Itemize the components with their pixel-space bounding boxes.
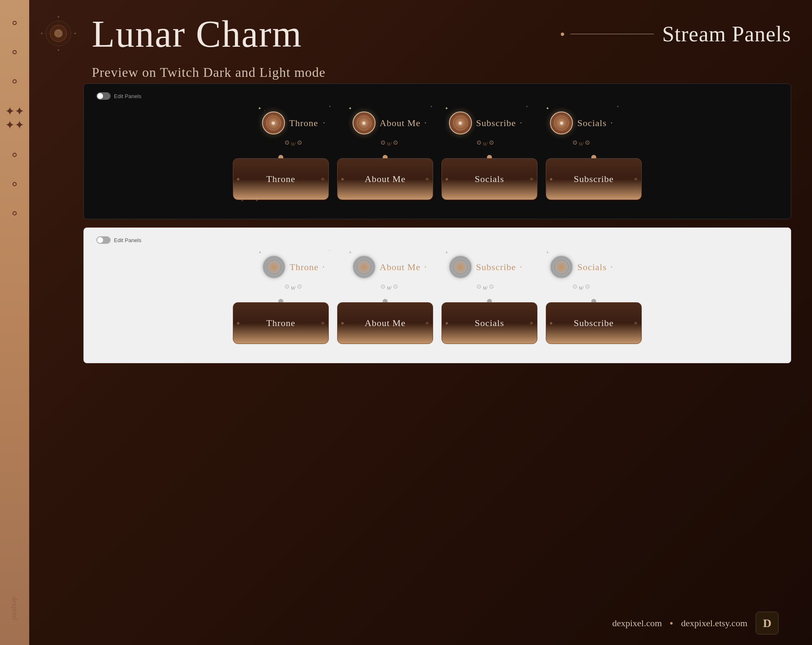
panel-drops-4: ⊙ 𝑤 ⊙ — [572, 139, 590, 148]
dark-icon-panel-row: ✦ · Throne • ⁺ ⊙ 𝑤 ⊙ — [96, 108, 778, 148]
banner-left-deco-4: ⋄ — [550, 176, 553, 182]
subtitle-dot — [561, 33, 564, 36]
light-icon-throne-label: Throne — [290, 262, 319, 273]
sparkle-7: ⁺ — [526, 105, 528, 109]
light-banner-subscribe-panel: ⋄ Subscribe 👁 — [546, 302, 642, 344]
panel-drops-3: ⊙ 𝑤 ⊙ — [477, 139, 494, 148]
dot-deco-3: • — [520, 121, 522, 125]
svg-point-9 — [58, 16, 59, 18]
sparkle-9: ⁺ — [617, 105, 619, 109]
banner-right-deco-1: 👁 — [321, 177, 325, 182]
sparkle-8: ✦ — [546, 106, 549, 111]
banner-right-deco-4: 👁 — [634, 177, 638, 182]
left-sidebar: ✦✦✦✦ dexpixel — [0, 0, 29, 645]
sidebar-dot-2 — [13, 50, 17, 54]
light-icon-socials-label: Socials — [577, 262, 607, 273]
sparkle-6: ✦ — [445, 106, 448, 111]
subtitle-line-bar — [570, 34, 654, 34]
dot-deco-2: • — [425, 121, 426, 125]
light-banner-left-deco-3: ⋄ — [445, 320, 449, 326]
top-left-decoration — [33, 8, 83, 58]
socials-icon-light — [550, 255, 573, 278]
sparkle-2: · — [264, 108, 265, 113]
banner-left-deco-3: ⋄ — [445, 176, 449, 182]
dark-banner-throne-panel: ⋄ Throne 👁 — [233, 158, 329, 200]
dark-icon-throne: ✦ · Throne • ⁺ ⊙ 𝑤 ⊙ — [250, 108, 337, 148]
aboutme-icon-light — [353, 255, 376, 278]
sidebar-watermark: dexpixel — [11, 597, 18, 620]
main-content: Edit Panels ✦ · Throne • ⁺ — [83, 83, 791, 612]
light-icon-socials: ✦ Socials • ⊙ 𝑤 ⊙ — [537, 252, 625, 292]
light-banner-right-deco-3: 👁 — [530, 321, 534, 326]
svg-point-10 — [58, 49, 59, 51]
toggle-light[interactable] — [96, 236, 111, 244]
sparkle-l2: ⁺ — [328, 249, 330, 253]
sparkle-l1: ✦ — [258, 250, 262, 255]
sparkle-l5: ✦ — [546, 250, 549, 255]
dark-icon-socials-label: Socials — [577, 118, 607, 129]
dark-icon-aboutme: ✦ About Me • ⁺ ⊙ 𝑤 ⊙ — [345, 108, 433, 148]
footer-site2: dexpixel.etsy.com — [681, 618, 747, 629]
light-icon-panel-row: ✦ Throne • ⁺ ⊙ 𝑤 ⊙ — [96, 252, 778, 292]
light-icon-throne: ✦ Throne • ⁺ ⊙ 𝑤 ⊙ — [250, 252, 337, 292]
light-banner-panel-row: ⋄ Throne 👁 ⋄ About Me 👁 ⋄ Socials — [96, 302, 778, 344]
dot-deco-l1: • — [323, 265, 325, 269]
subtitle-line — [561, 33, 654, 36]
dot-deco-4: • — [611, 121, 613, 125]
edit-panels-bar-dark: Edit Panels — [96, 92, 778, 100]
aboutme-icon-dark — [353, 111, 376, 134]
dark-banner-aboutme-panel: ⋄ About Me 👁 — [337, 158, 433, 200]
light-banner-aboutme-panel: ⋄ About Me 👁 — [337, 302, 433, 344]
sparkle-3: ⁺ — [329, 105, 331, 109]
svg-point-12 — [74, 33, 76, 34]
dot-deco-l4: • — [611, 265, 613, 269]
light-banner-throne-panel: ⋄ Throne 👁 — [233, 302, 329, 344]
twitch-light-panel: Edit Panels ✦ Throne • ⁺ ⊙ — [83, 228, 791, 363]
sidebar-dot-3 — [13, 79, 17, 83]
dark-banner-subscribe: ⋄ Subscribe 👁 — [546, 158, 642, 200]
panel-drops-l2: ⊙ 𝑤 ⊙ — [381, 283, 398, 292]
light-banner-right-deco-4: 👁 — [634, 321, 638, 326]
preview-text: Preview on Twitch Dark and Light mode — [92, 65, 325, 80]
toggle-dark[interactable] — [96, 92, 111, 100]
banner-right-deco-3: 👁 — [530, 177, 534, 182]
edit-panels-label-light: Edit Panels — [114, 237, 141, 243]
dot-deco-l3: • — [520, 265, 522, 269]
light-banner-socials: ⋄ Socials 👁 — [441, 302, 537, 344]
sidebar-ornament: ✦✦✦✦ — [5, 104, 24, 132]
sparkle-1: ✦ — [258, 106, 261, 111]
sparkle-l4: ✦ — [445, 250, 448, 255]
socials-icon-dark — [550, 111, 573, 134]
sidebar-dot-5 — [13, 182, 17, 186]
subtitle-area: Stream Panels — [561, 22, 791, 46]
banner-right-deco-2: 👁 — [425, 177, 429, 182]
sidebar-dot-4 — [13, 153, 17, 157]
light-icon-aboutme-label: About Me — [380, 262, 421, 273]
light-banner-right-deco-2: 👁 — [425, 321, 429, 326]
light-icon-aboutme: ✦ About Me • ⊙ 𝑤 ⊙ — [345, 252, 433, 292]
light-banner-subscribe: ⋄ Subscribe 👁 — [546, 302, 642, 344]
footer: dexpixel.com dexpixel.etsy.com D — [612, 612, 779, 635]
light-banner-subscribe-text: Subscribe — [574, 318, 614, 329]
panel-drops-l4: ⊙ 𝑤 ⊙ — [572, 283, 590, 292]
dark-banner-aboutme: ⋄ About Me 👁 — [337, 158, 433, 200]
header: Lunar Charm Stream Panels — [92, 13, 791, 56]
dark-icon-throne-label: Throne — [289, 118, 318, 129]
svg-point-11 — [41, 33, 43, 34]
banner-left-deco-2: ⋄ — [341, 176, 344, 182]
panel-drops-l3: ⊙ 𝑤 ⊙ — [477, 283, 494, 292]
dark-icon-socials: ✦ Socials • ⁺ ⊙ 𝑤 ⊙ — [537, 108, 625, 148]
light-banner-left-deco-4: ⋄ — [550, 320, 553, 326]
dark-banner-panel-row: ⋄ Throne 👁 ◊ ◊ ⋄ About Me 👁 — [96, 158, 778, 200]
sidebar-dot-1 — [13, 21, 17, 25]
subtitle: Stream Panels — [662, 22, 791, 46]
sparkle-4: ✦ — [348, 106, 352, 111]
panel-drops-2: ⊙ 𝑤 ⊙ — [381, 139, 398, 148]
footer-site1: dexpixel.com — [612, 618, 662, 629]
light-banner-aboutme: ⋄ About Me 👁 — [337, 302, 433, 344]
sparkle-l3: ✦ — [348, 250, 352, 255]
dark-icon-aboutme-label: About Me — [380, 118, 421, 129]
dark-banner-socials: ⋄ Socials 👁 — [441, 158, 537, 200]
subscribe-icon-light — [449, 255, 472, 278]
light-banner-right-deco-1: 👁 — [321, 321, 325, 326]
